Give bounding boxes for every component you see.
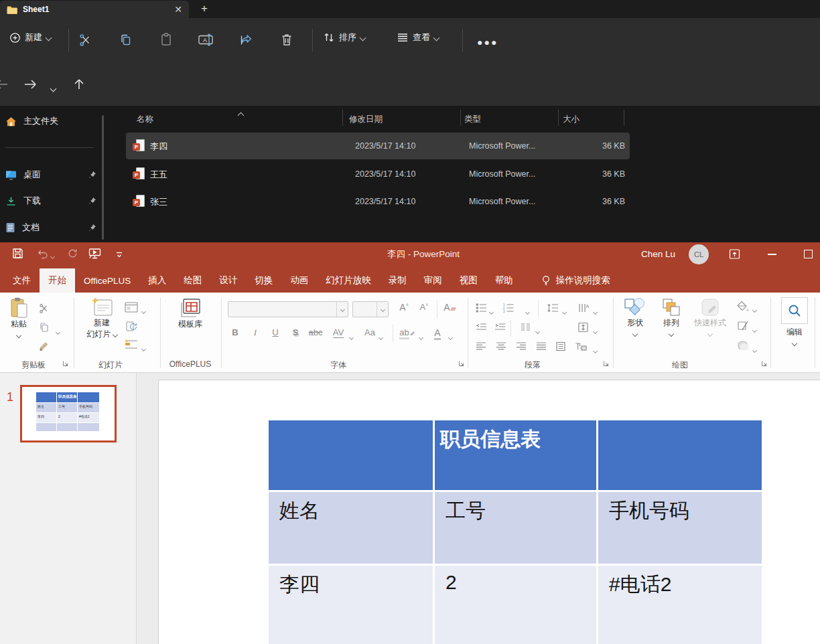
tab-home[interactable]: 开始 [40, 268, 75, 293]
shapes-button[interactable]: 形状 [619, 297, 651, 338]
slide-page[interactable]: 职员信息表 姓名 工号 手机号码 李四 2 #电话2 [158, 380, 820, 644]
text-shadow-button[interactable]: S [288, 327, 303, 337]
cut-icon[interactable] [39, 303, 50, 314]
underline-button[interactable]: U [268, 327, 283, 337]
tab-transitions[interactable]: 切换 [246, 268, 281, 293]
back-icon[interactable] [0, 78, 9, 90]
table-title-cell[interactable]: 职员信息表 [435, 420, 596, 490]
align-left-icon[interactable] [476, 341, 486, 351]
column-divider[interactable] [460, 110, 461, 126]
tab-close-icon[interactable]: ✕ [174, 4, 182, 15]
undo-icon[interactable] [37, 248, 49, 259]
tab-slideshow[interactable]: 幻灯片放映 [317, 268, 380, 293]
column-header-date[interactable]: 修改日期 [349, 114, 383, 125]
shrink-font-button[interactable]: A˅ [417, 302, 431, 312]
shape-effects-icon[interactable] [737, 341, 749, 351]
highlight-chevron[interactable] [419, 331, 423, 343]
decrease-indent-icon[interactable] [476, 322, 487, 332]
paste-icon[interactable] [159, 33, 173, 47]
text-direction-icon[interactable]: A [577, 303, 590, 313]
font-size-combo[interactable] [352, 301, 389, 317]
numbering-chevron[interactable] [526, 306, 529, 318]
bold-button[interactable]: B [228, 327, 243, 337]
tab-officeplus[interactable]: OfficePLUS [75, 268, 139, 293]
arrange-button[interactable]: 排列 [655, 297, 687, 338]
spacing-chevron[interactable] [350, 331, 353, 343]
change-case-button[interactable]: Aa [362, 327, 378, 337]
column-divider[interactable] [558, 110, 559, 126]
column-header-type[interactable]: 类型 [464, 114, 481, 125]
line-spacing-chevron[interactable] [563, 306, 566, 318]
explorer-tab[interactable]: Sheet1 ✕ [0, 1, 189, 18]
column-divider[interactable] [342, 110, 343, 126]
font-color-chevron[interactable] [449, 331, 452, 343]
justify-icon[interactable] [536, 341, 547, 351]
font-color-button[interactable]: A [430, 327, 445, 338]
tab-file[interactable]: 文件 [4, 268, 40, 293]
numbering-icon[interactable]: 123 [502, 303, 514, 313]
file-row[interactable]: P 王五 2023/5/17 14:10 Microsoft Power... … [126, 161, 630, 187]
account-avatar[interactable]: CL [689, 244, 709, 264]
table-cell-phone-header[interactable]: 手机号码 [598, 492, 762, 564]
sidebar-item-home[interactable]: 主文件夹 [5, 110, 96, 133]
sidebar-item-desktop[interactable]: 桌面 [5, 163, 96, 186]
tab-design[interactable]: 设计 [210, 268, 246, 293]
save-icon[interactable] [12, 248, 23, 259]
edit-button[interactable]: 编辑 [778, 297, 811, 347]
case-chevron[interactable] [379, 331, 383, 343]
minimize-icon[interactable] [768, 254, 776, 255]
columns-icon[interactable] [520, 322, 531, 332]
new-slide-button[interactable]: 新建 幻灯片 [83, 297, 121, 340]
align-text-icon[interactable] [577, 322, 589, 333]
cut-icon[interactable] [79, 33, 92, 47]
distribute-icon[interactable] [555, 341, 567, 351]
align-center-icon[interactable] [496, 341, 506, 351]
copy-icon[interactable] [39, 322, 50, 333]
character-spacing-button[interactable]: AV [330, 327, 347, 337]
table-cell-id-value[interactable]: 2 [435, 566, 596, 644]
shape-fill-chevron[interactable] [753, 304, 756, 316]
text-direction-chevron[interactable] [594, 306, 597, 318]
table-cell-id-header[interactable]: 工号 [435, 492, 596, 564]
shape-outline-icon[interactable] [737, 321, 749, 331]
clipboard-dialog-launcher[interactable] [62, 360, 69, 367]
maximize-icon[interactable] [804, 250, 813, 258]
copy-chevron[interactable] [56, 326, 60, 338]
line-spacing-icon[interactable] [547, 303, 559, 313]
sidebar-scrollbar[interactable] [102, 115, 104, 240]
bullets-icon[interactable] [476, 303, 487, 313]
section-chevron[interactable] [142, 343, 145, 355]
redo-icon[interactable] [67, 248, 78, 259]
qat-customize-icon[interactable] [115, 250, 123, 258]
sidebar-item-downloads[interactable]: 下载 [5, 189, 96, 212]
paragraph-dialog-launcher[interactable] [603, 360, 610, 367]
italic-button[interactable]: I [248, 327, 263, 338]
strikethrough-button[interactable]: abc [307, 327, 324, 337]
slide-thumbnail[interactable]: 职员信息表 姓名 工号 手机号码 李四 2 #电话2 [20, 385, 117, 442]
tab-animations[interactable]: 动画 [281, 268, 317, 293]
tell-me-search[interactable]: 操作说明搜索 [533, 268, 619, 293]
tab-record[interactable]: 录制 [380, 268, 415, 293]
share-icon[interactable] [240, 33, 253, 47]
tab-review[interactable]: 审阅 [415, 268, 451, 293]
bullets-chevron[interactable] [490, 306, 493, 318]
sort-button[interactable]: 排序 [323, 31, 365, 44]
view-button[interactable]: 查看 [397, 31, 439, 44]
shape-effects-chevron[interactable] [753, 344, 756, 356]
increase-indent-icon[interactable] [494, 322, 506, 332]
grow-font-button[interactable]: A˄ [397, 302, 411, 313]
format-painter-icon[interactable] [39, 341, 50, 351]
tab-view[interactable]: 视图 [451, 268, 486, 293]
column-divider[interactable] [624, 110, 624, 126]
forward-icon[interactable] [23, 78, 38, 90]
tab-insert[interactable]: 插入 [139, 268, 175, 293]
copy-icon[interactable] [119, 33, 133, 47]
start-slideshow-icon[interactable] [88, 248, 101, 259]
file-row-selected[interactable]: P 李四 2023/5/17 14:10 Microsoft Power... … [126, 133, 630, 159]
file-row[interactable]: P 张三 2023/5/17 14:10 Microsoft Power... … [126, 188, 630, 215]
paste-button[interactable]: 粘贴 [4, 297, 33, 339]
drawing-dialog-launcher[interactable] [761, 360, 768, 367]
layout-chevron[interactable] [142, 305, 145, 317]
template-library-button[interactable]: 模板库 [171, 297, 210, 330]
font-name-combo[interactable] [228, 301, 348, 317]
